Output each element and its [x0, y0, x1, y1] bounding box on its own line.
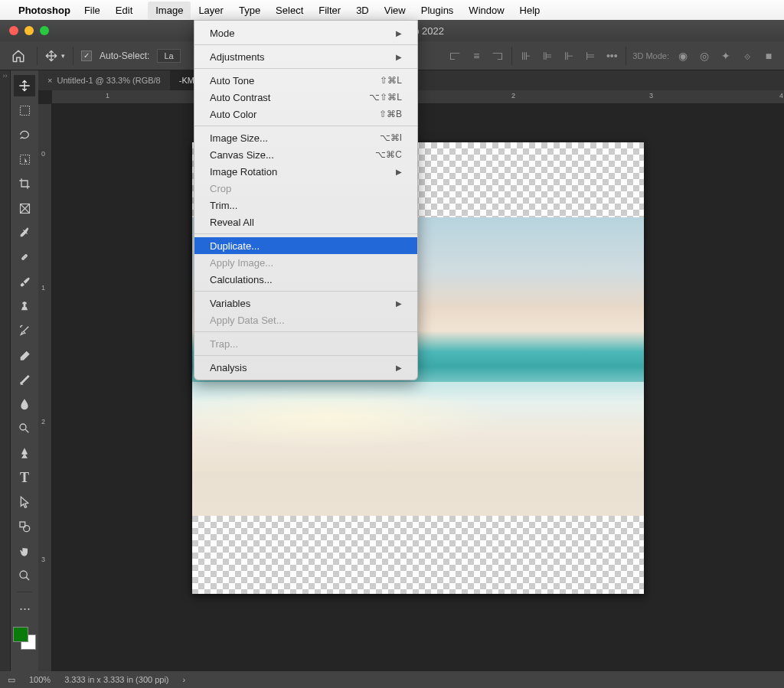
menu-filter[interactable]: Filter: [318, 5, 341, 16]
auto-select-dropdown[interactable]: La: [157, 49, 180, 63]
clone-tool[interactable]: [14, 295, 35, 317]
menu-window[interactable]: Window: [469, 5, 504, 16]
foreground-color[interactable]: [13, 627, 28, 642]
menu-type[interactable]: Type: [239, 5, 260, 16]
path-select-tool[interactable]: [14, 491, 35, 513]
heal-tool[interactable]: [14, 246, 35, 268]
menu-apply-image: Apply Image...: [194, 254, 417, 271]
distribute-2-icon[interactable]: ⊫: [540, 48, 555, 64]
status-chevron-icon[interactable]: ›: [183, 675, 186, 684]
blur-tool[interactable]: [14, 393, 35, 415]
tool-panel: T ⋯: [11, 70, 38, 671]
more-icon[interactable]: •••: [604, 48, 619, 64]
menu-canvas-size[interactable]: Canvas Size...⌥⌘C: [194, 146, 417, 163]
image-menu-dropdown: Mode▶ Adjustments▶ Auto Tone⇧⌘L Auto Con…: [194, 20, 418, 380]
home-icon[interactable]: [8, 45, 29, 67]
menu-plugins[interactable]: Plugins: [421, 5, 454, 16]
distribute-icon[interactable]: ⊪: [518, 48, 534, 64]
document-tab-1[interactable]: × Untitled-1 @ 33.3% (RGB/8: [38, 70, 170, 90]
menu-auto-tone[interactable]: Auto Tone⇧⌘L: [194, 72, 417, 89]
svg-point-5: [24, 256, 24, 257]
pen-tool[interactable]: [14, 442, 35, 464]
align-right-icon[interactable]: ⫎: [490, 48, 505, 64]
horizontal-ruler[interactable]: 1 2 3 4: [52, 90, 784, 104]
canvas-area[interactable]: [52, 104, 784, 671]
object-select-tool[interactable]: [14, 148, 35, 170]
vertical-ruler[interactable]: 0 1 2 3: [38, 104, 52, 671]
app-name[interactable]: Photoshop: [18, 5, 70, 16]
brush-tool[interactable]: [14, 271, 35, 292]
3d-pan-icon[interactable]: ◎: [697, 48, 712, 64]
menu-duplicate[interactable]: Duplicate...: [194, 237, 417, 254]
gradient-tool[interactable]: [14, 369, 35, 390]
menu-view[interactable]: View: [384, 5, 406, 16]
close-tab-icon[interactable]: ×: [47, 76, 52, 85]
svg-rect-0: [20, 106, 29, 115]
lasso-tool[interactable]: [14, 124, 35, 145]
menu-image[interactable]: Image: [148, 2, 191, 19]
menu-trim[interactable]: Trim...: [194, 197, 417, 214]
align-left-icon[interactable]: ⫍: [447, 48, 462, 64]
menu-mode[interactable]: Mode▶: [194, 24, 417, 41]
3d-camera-icon[interactable]: ■: [761, 48, 776, 64]
distribute-3-icon[interactable]: ⊩: [561, 48, 577, 64]
menu-file[interactable]: File: [84, 5, 100, 16]
panel-collapse-strip[interactable]: ››: [0, 70, 11, 671]
move-tool[interactable]: [14, 75, 35, 96]
document-dimensions[interactable]: 3.333 in x 3.333 in (300 ppi): [64, 675, 168, 684]
menu-analysis[interactable]: Analysis▶: [194, 359, 417, 376]
menu-crop: Crop: [194, 180, 417, 197]
menu-auto-color[interactable]: Auto Color⇧⌘B: [194, 106, 417, 122]
menu-reveal-all[interactable]: Reveal All: [194, 214, 417, 230]
menu-image-rotation[interactable]: Image Rotation▶: [194, 163, 417, 180]
dodge-tool[interactable]: [14, 418, 35, 439]
menu-adjustments[interactable]: Adjustments▶: [194, 48, 417, 65]
zoom-tool[interactable]: [14, 565, 35, 586]
menu-trap: Trap...: [194, 335, 417, 352]
eraser-tool[interactable]: [14, 344, 35, 366]
menu-help[interactable]: Help: [520, 5, 541, 16]
zoom-level[interactable]: 100%: [29, 675, 51, 684]
marquee-tool[interactable]: [14, 99, 35, 121]
type-tool[interactable]: T: [14, 467, 35, 488]
crop-tool[interactable]: [14, 173, 35, 194]
3d-scale-icon[interactable]: ⟐: [740, 48, 755, 64]
tab-label: Untitled-1 @ 33.3% (RGB/8: [57, 76, 160, 85]
svg-point-7: [20, 424, 26, 430]
edit-toolbar[interactable]: ⋯: [14, 598, 35, 619]
color-swatches[interactable]: [13, 627, 36, 650]
history-brush-tool[interactable]: [14, 320, 35, 341]
svg-point-4: [22, 258, 23, 259]
distribute-4-icon[interactable]: ⊨: [583, 48, 598, 64]
hand-tool[interactable]: [14, 540, 35, 562]
align-center-icon[interactable]: ≡: [469, 48, 484, 64]
menu-3d[interactable]: 3D: [356, 5, 369, 16]
frame-tool[interactable]: [14, 197, 35, 219]
3d-mode-label: 3D Mode:: [632, 51, 669, 60]
eyedropper-tool[interactable]: [14, 222, 35, 243]
svg-point-10: [20, 571, 27, 578]
status-panel-icon[interactable]: ▭: [8, 675, 15, 685]
traffic-lights: [0, 26, 49, 35]
menu-variables[interactable]: Variables▶: [194, 295, 417, 311]
macos-menubar: Photoshop File Edit Image Layer Type Sel…: [0, 0, 784, 20]
maximize-window[interactable]: [40, 26, 49, 35]
svg-point-6: [25, 255, 26, 256]
3d-orbit-icon[interactable]: ◉: [675, 48, 691, 64]
menu-select[interactable]: Select: [276, 5, 303, 16]
close-window[interactable]: [9, 26, 18, 35]
minimize-window[interactable]: [24, 26, 34, 35]
svg-point-9: [24, 526, 30, 532]
shape-tool[interactable]: [14, 516, 35, 537]
move-tool-mode[interactable]: ▾: [45, 50, 65, 62]
status-bar: ▭ 100% 3.333 in x 3.333 in (300 ppi) ›: [0, 671, 784, 688]
menu-apply-data-set: Apply Data Set...: [194, 311, 417, 328]
3d-roll-icon[interactable]: ✦: [718, 48, 733, 64]
menu-calculations[interactable]: Calculations...: [194, 271, 417, 288]
auto-select-label: Auto-Select:: [100, 51, 149, 61]
auto-select-checkbox[interactable]: ✓: [81, 51, 92, 61]
menu-layer[interactable]: Layer: [198, 5, 224, 16]
menu-edit[interactable]: Edit: [116, 5, 132, 16]
menu-image-size[interactable]: Image Size...⌥⌘I: [194, 129, 417, 146]
menu-auto-contrast[interactable]: Auto Contrast⌥⇧⌘L: [194, 89, 417, 106]
